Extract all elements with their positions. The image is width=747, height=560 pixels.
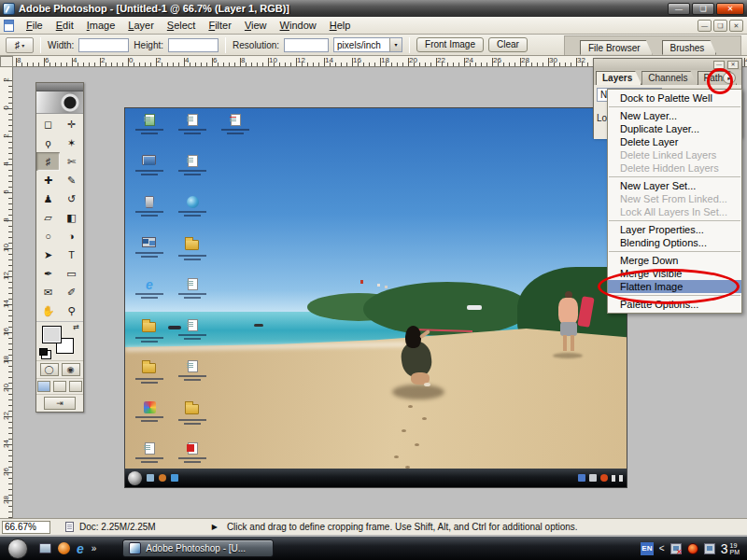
language-indicator[interactable]: EN bbox=[641, 542, 654, 555]
tool-hand[interactable]: ✋ bbox=[36, 301, 60, 320]
tray-display-icon[interactable] bbox=[704, 543, 715, 554]
tool-type[interactable]: T bbox=[60, 245, 83, 264]
menu-edit[interactable]: Edit bbox=[49, 18, 80, 33]
tool-notes[interactable]: ✉ bbox=[36, 283, 60, 301]
tray-orange-icon[interactable] bbox=[687, 543, 698, 554]
tool-pen[interactable]: ✒ bbox=[36, 264, 60, 283]
ruler-number: 20 bbox=[409, 56, 417, 64]
menu-item-delete-layer[interactable]: Delete Layer bbox=[608, 135, 741, 148]
palette-tab-channels[interactable]: Channels bbox=[641, 71, 697, 85]
tool-crop[interactable]: ♯ bbox=[36, 152, 60, 171]
tray-network-error-icon[interactable] bbox=[670, 543, 682, 554]
tool-healing-brush[interactable]: ✚ bbox=[36, 171, 60, 189]
height-input[interactable] bbox=[168, 38, 218, 52]
tool-lasso[interactable]: ϙ bbox=[36, 133, 60, 152]
taskbar-button-photoshop[interactable]: Adobe Photoshop - [U... bbox=[122, 539, 274, 557]
menu-item-new-layer[interactable]: New Layer... bbox=[608, 109, 741, 122]
toolbox-title-bar[interactable] bbox=[36, 83, 83, 91]
menu-layer[interactable]: Layer bbox=[121, 18, 161, 33]
menu-image[interactable]: Image bbox=[80, 18, 122, 33]
palette-minimize-button[interactable]: — bbox=[713, 61, 725, 69]
vertical-ruler[interactable]: 20246810121416182022242628 bbox=[0, 67, 13, 518]
status-arrow-icon[interactable]: ▶ bbox=[212, 523, 218, 531]
tool-move[interactable]: ✛ bbox=[60, 115, 83, 133]
tool-slice[interactable]: ✄ bbox=[60, 152, 83, 171]
fullscreen-menubar-button[interactable] bbox=[53, 381, 66, 392]
tool-clone-stamp[interactable]: ♟ bbox=[36, 189, 60, 208]
foreground-color-swatch[interactable] bbox=[42, 326, 62, 343]
tool-rectangular-marquee[interactable]: ◻ bbox=[36, 115, 60, 133]
quick-mask-mode-button[interactable]: ◉ bbox=[62, 363, 80, 376]
icon-label bbox=[141, 174, 158, 175]
tool-path-selection[interactable]: ➤ bbox=[36, 245, 60, 264]
menu-item-flatten-image[interactable]: Flatten Image bbox=[608, 280, 741, 293]
resolution-unit-select[interactable]: pixels/inch ▾ bbox=[333, 37, 402, 52]
menu-item-layer-properties[interactable]: Layer Properties... bbox=[608, 223, 741, 236]
menu-view[interactable]: View bbox=[238, 18, 274, 33]
well-tab-brushes[interactable]: Brushes bbox=[662, 40, 717, 55]
doc-minimize-button[interactable]: — bbox=[698, 20, 712, 32]
minimize-button[interactable]: — bbox=[668, 3, 690, 15]
menu-select[interactable]: Select bbox=[161, 18, 203, 33]
width-input[interactable] bbox=[78, 38, 129, 52]
menu-item-new-layer-set[interactable]: New Layer Set... bbox=[608, 179, 741, 192]
tool-magic-wand[interactable]: ✶ bbox=[60, 133, 83, 152]
palette-close-button[interactable]: ✕ bbox=[727, 61, 739, 69]
clear-button[interactable]: Clear bbox=[488, 37, 528, 52]
swap-colors-icon[interactable]: ⇄ bbox=[73, 323, 79, 331]
palette-menu-button[interactable]: ▸ bbox=[723, 72, 736, 84]
taskbar-clock[interactable]: 3 19 PM bbox=[721, 541, 740, 556]
palette-tab-layers[interactable]: Layers bbox=[596, 71, 641, 85]
photo-white-boat bbox=[467, 305, 482, 310]
desktop-icon-doc bbox=[174, 360, 211, 381]
quicklaunch-swirl-icon[interactable] bbox=[58, 542, 70, 554]
desktop-icon-glyph bbox=[185, 442, 200, 455]
menu-item-merge-visible[interactable]: Merge Visible bbox=[608, 267, 741, 280]
front-image-button[interactable]: Front Image bbox=[416, 37, 484, 52]
quicklaunch-chevron-icon[interactable]: » bbox=[92, 543, 97, 553]
palette-title-bar[interactable]: — ✕ bbox=[594, 59, 741, 70]
menu-filter[interactable]: Filter bbox=[202, 18, 237, 33]
canvas[interactable]: e bbox=[124, 107, 627, 488]
tool-shape[interactable]: ▭ bbox=[60, 264, 83, 283]
show-desktop-icon[interactable] bbox=[39, 543, 51, 553]
photoshop-logo bbox=[36, 91, 83, 114]
tool-gradient[interactable]: ◧ bbox=[60, 208, 83, 227]
close-button[interactable]: ✕ bbox=[716, 3, 744, 15]
icon-shape bbox=[185, 404, 199, 414]
menu-window[interactable]: Window bbox=[274, 18, 323, 33]
tray-chevron-icon[interactable]: < bbox=[659, 543, 665, 553]
tool-blur[interactable]: ○ bbox=[36, 227, 60, 245]
menu-file[interactable]: File bbox=[20, 18, 49, 33]
resolution-input[interactable] bbox=[284, 38, 329, 52]
doc-restore-button[interactable]: ❏ bbox=[713, 20, 727, 32]
menu-item-blending-options[interactable]: Blending Options... bbox=[608, 236, 741, 249]
crop-tool-preset[interactable]: ♯ ▾ bbox=[6, 37, 34, 53]
tool-eraser[interactable]: ▱ bbox=[36, 208, 60, 227]
well-tab-file-browser[interactable]: File Browser bbox=[580, 40, 653, 55]
standard-mode-button[interactable]: ◯ bbox=[40, 363, 59, 376]
edit-in-imageready-button[interactable]: ⇥ bbox=[44, 397, 76, 410]
menu-help[interactable]: Help bbox=[323, 18, 358, 33]
tool-brush[interactable]: ✎ bbox=[60, 171, 83, 189]
icon-label bbox=[184, 379, 201, 381]
tool-eyedropper[interactable]: ✐ bbox=[60, 283, 83, 301]
ruler-number: 16 bbox=[2, 327, 10, 338]
menu-item-palette-options[interactable]: Palette Options... bbox=[608, 298, 741, 311]
zoom-level-input[interactable] bbox=[2, 521, 50, 534]
standard-screen-button[interactable] bbox=[37, 381, 50, 392]
tool-zoom[interactable]: ⚲ bbox=[60, 301, 83, 320]
tool-dodge[interactable]: ◑ bbox=[60, 227, 83, 245]
start-button[interactable] bbox=[7, 539, 28, 559]
desktop-icon-folder bbox=[174, 401, 211, 425]
default-colors-icon[interactable] bbox=[39, 348, 48, 356]
doc-close-button[interactable]: ✕ bbox=[729, 20, 743, 32]
menu-item-merge-down[interactable]: Merge Down bbox=[608, 254, 741, 267]
internet-explorer-icon[interactable]: e bbox=[77, 542, 84, 555]
fullscreen-button[interactable] bbox=[69, 381, 82, 392]
photo-clock bbox=[619, 475, 623, 482]
restore-button[interactable]: ❏ bbox=[692, 3, 714, 15]
menu-item-dock-to-palette-well[interactable]: Dock to Palette Well bbox=[608, 91, 741, 105]
menu-item-duplicate-layer[interactable]: Duplicate Layer... bbox=[608, 122, 741, 135]
tool-history-brush[interactable]: ↺ bbox=[60, 189, 83, 208]
